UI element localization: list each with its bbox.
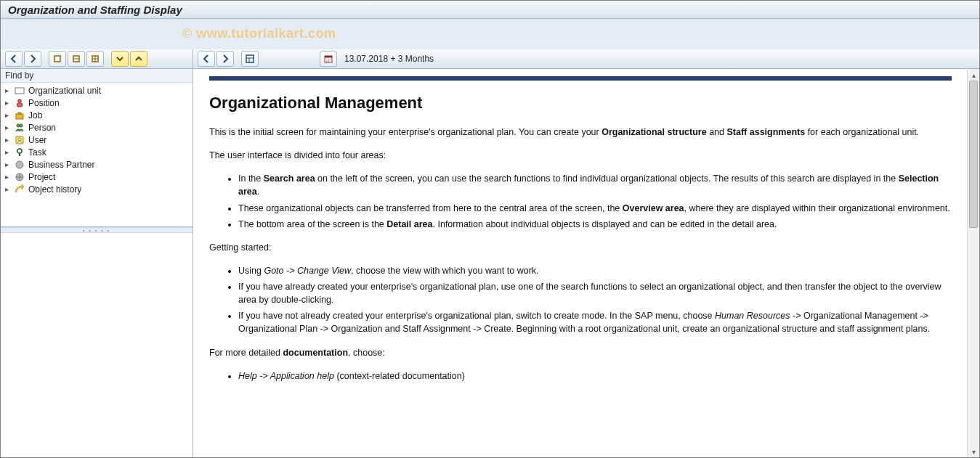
- caret-icon: ▸: [5, 111, 12, 119]
- caret-icon: ▸: [5, 173, 12, 181]
- tree-item-task[interactable]: ▸ Task: [1, 146, 193, 158]
- selection-panel: [1, 233, 193, 457]
- svg-rect-3: [15, 88, 24, 94]
- scroll-up-arrow[interactable]: ▴: [968, 69, 979, 81]
- caret-icon: ▸: [5, 86, 12, 94]
- tree-label: Person: [28, 123, 56, 133]
- left-tool4-button[interactable]: [68, 51, 85, 67]
- watermark: © www.tutorialkart.com: [182, 26, 336, 41]
- list-item: These organizational objects can be tran…: [238, 202, 952, 215]
- title-bar: Organization and Staffing Display: [1, 1, 979, 19]
- list-item: In the Search area on the left of the sc…: [238, 172, 952, 198]
- svg-point-11: [18, 138, 21, 141]
- caret-icon: ▸: [5, 123, 12, 131]
- caret-icon: ▸: [5, 99, 12, 107]
- arrow-left-icon: [202, 54, 211, 63]
- tree-item-user[interactable]: ▸ User: [1, 134, 193, 146]
- content-accent-bar: [209, 76, 952, 81]
- caret-icon: ▸: [5, 136, 12, 144]
- list-item: If you have already created your enterpr…: [238, 280, 952, 306]
- main-area: Find by ▸ Organizational unit ▸ Position: [1, 49, 979, 457]
- svg-rect-18: [325, 56, 332, 58]
- content-getting-started-label: Getting started:: [209, 241, 952, 254]
- project-icon: [14, 172, 25, 182]
- left-toolbar: [1, 49, 193, 69]
- scroll-down-arrow[interactable]: ▾: [968, 446, 979, 457]
- left-tool3-button[interactable]: [49, 51, 66, 67]
- caret-icon: ▸: [5, 160, 12, 168]
- list-item: Help -> Application help (context-relate…: [238, 369, 952, 383]
- arrow-right-icon: [28, 54, 37, 63]
- square-icon: [53, 54, 62, 63]
- content-body: This is the initial screen for maintaini…: [209, 126, 952, 383]
- tree-item-object-history[interactable]: ▸ Object history: [1, 183, 193, 195]
- content-scroll[interactable]: Organizational Management This is the in…: [193, 69, 968, 457]
- svg-rect-7: [18, 113, 21, 114]
- left-forward-button[interactable]: [24, 51, 41, 67]
- tree-item-business-partner[interactable]: ▸ Business Partner: [1, 158, 193, 171]
- user-icon: [14, 135, 25, 145]
- right-toolbar: 13.07.2018 + 3 Months: [193, 49, 979, 69]
- position-icon: [14, 98, 25, 108]
- tree-label: Business Partner: [28, 160, 94, 170]
- history-icon: [14, 184, 25, 195]
- tree-label: Organizational unit: [28, 86, 101, 96]
- content-doc-list: Help -> Application help (context-relate…: [209, 369, 952, 383]
- svg-rect-0: [54, 56, 60, 62]
- tree-item-org-unit[interactable]: ▸ Organizational unit: [1, 84, 193, 97]
- content-doc-label: For more detailed documentation, choose:: [209, 346, 952, 359]
- caret-icon: ▸: [5, 185, 12, 193]
- chevron-down-icon: [116, 54, 124, 63]
- right-forward-button[interactable]: [216, 51, 234, 67]
- layout-icon: [246, 54, 254, 63]
- grid-icon: [91, 54, 100, 63]
- org-unit-icon: [14, 86, 25, 96]
- person-icon: [14, 123, 25, 133]
- svg-point-9: [20, 124, 23, 127]
- list-item: If you have not already created your ent…: [238, 309, 952, 335]
- scroll-thumb[interactable]: [969, 81, 978, 228]
- tree-label: Task: [28, 147, 46, 158]
- svg-rect-6: [16, 114, 23, 119]
- svg-point-8: [17, 124, 20, 127]
- vertical-scrollbar[interactable]: ▴ ▾: [967, 69, 979, 457]
- left-tool5-button[interactable]: [86, 51, 104, 67]
- chevron-up-icon: [134, 54, 143, 63]
- svg-rect-13: [19, 153, 20, 156]
- content-title: Organizational Management: [209, 94, 952, 113]
- date-range-label: 13.07.2018 + 3 Months: [344, 54, 434, 64]
- findby-tree: ▸ Organizational unit ▸ Position ▸: [1, 83, 193, 227]
- findby-header: Find by: [1, 69, 193, 83]
- svg-rect-16: [246, 55, 254, 62]
- left-pane: Find by ▸ Organizational unit ▸ Position: [1, 49, 193, 457]
- right-back-button[interactable]: [198, 51, 215, 67]
- menu-band: © www.tutorialkart.com: [1, 19, 979, 50]
- scroll-track[interactable]: [968, 81, 979, 446]
- window-title: Organization and Staffing Display: [8, 4, 182, 16]
- tree-label: Project: [28, 172, 55, 182]
- tree-item-position[interactable]: ▸ Position: [1, 97, 193, 109]
- tree-item-project[interactable]: ▸ Project: [1, 171, 193, 183]
- tree-label: Object history: [28, 184, 81, 195]
- tree-item-person[interactable]: ▸ Person: [1, 121, 193, 134]
- right-layout-button[interactable]: [241, 51, 259, 67]
- job-icon: [14, 110, 25, 120]
- left-tool7-button[interactable]: [130, 51, 147, 67]
- tree-label: Position: [28, 98, 60, 108]
- right-pane: 13.07.2018 + 3 Months Organizational Man…: [193, 49, 979, 457]
- left-back-button[interactable]: [5, 51, 23, 67]
- svg-point-14: [16, 161, 23, 168]
- left-tool6-button[interactable]: [111, 51, 129, 67]
- list-item: The bottom area of the screen is the Det…: [238, 218, 952, 231]
- arrow-left-icon: [9, 54, 18, 63]
- tree-item-job[interactable]: ▸ Job: [1, 109, 193, 121]
- content-intro: This is the initial screen for maintaini…: [209, 126, 952, 139]
- right-calendar-button[interactable]: [320, 51, 337, 67]
- arrow-right-icon: [221, 54, 230, 63]
- calendar-icon: [324, 54, 333, 63]
- app-window: Organization and Staffing Display © www.…: [0, 0, 980, 458]
- square-icon: [72, 54, 81, 63]
- horizontal-splitter[interactable]: • • • • •: [1, 227, 193, 233]
- tree-label: User: [28, 135, 46, 145]
- caret-icon: ▸: [5, 148, 12, 156]
